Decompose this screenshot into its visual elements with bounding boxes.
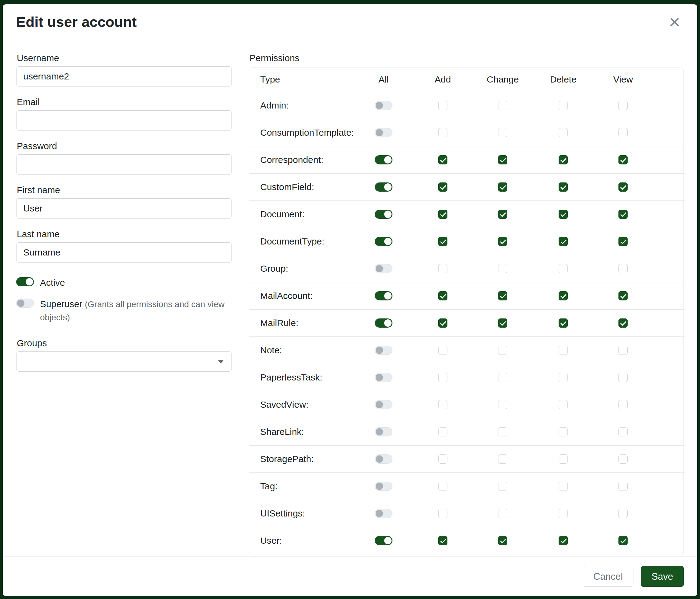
permission-all-toggle[interactable] <box>375 373 393 382</box>
permission-change-checkbox[interactable] <box>498 237 507 246</box>
permission-delete-checkbox[interactable] <box>558 373 568 382</box>
permission-change-checkbox[interactable] <box>498 264 507 273</box>
permission-all-toggle[interactable] <box>375 454 393 463</box>
permission-add-checkbox[interactable] <box>438 101 447 110</box>
permission-delete-checkbox[interactable] <box>558 237 568 246</box>
permission-view-checkbox[interactable] <box>619 264 628 273</box>
permission-view-checkbox[interactable] <box>619 237 628 246</box>
permission-delete-checkbox[interactable] <box>558 318 568 328</box>
superuser-toggle[interactable] <box>16 298 34 308</box>
permission-delete-checkbox[interactable] <box>558 128 568 137</box>
permission-view-checkbox[interactable] <box>619 128 628 137</box>
permission-change-checkbox[interactable] <box>498 318 507 328</box>
first-name-input[interactable] <box>16 198 232 218</box>
permission-view-checkbox[interactable] <box>619 454 628 463</box>
permission-all-toggle[interactable] <box>375 128 393 137</box>
permission-add-checkbox[interactable] <box>438 454 447 463</box>
permission-view-checkbox[interactable] <box>619 482 628 491</box>
permission-view-checkbox[interactable] <box>619 101 628 110</box>
permission-view-checkbox[interactable] <box>619 536 628 545</box>
permission-all-toggle[interactable] <box>375 318 393 328</box>
permission-delete-checkbox[interactable] <box>558 509 568 518</box>
permission-view-checkbox[interactable] <box>619 291 628 301</box>
permission-view-checkbox[interactable] <box>619 346 628 355</box>
permission-all-toggle[interactable] <box>375 427 393 436</box>
permission-add-checkbox[interactable] <box>438 373 447 382</box>
permission-change-checkbox[interactable] <box>498 482 507 491</box>
permission-view-checkbox[interactable] <box>619 427 628 436</box>
permission-view-checkbox[interactable] <box>619 183 628 192</box>
permission-delete-checkbox[interactable] <box>558 454 568 463</box>
permission-view-checkbox[interactable] <box>619 400 628 409</box>
permission-change-checkbox[interactable] <box>498 509 507 518</box>
permission-all-toggle[interactable] <box>375 509 393 518</box>
permission-change-checkbox[interactable] <box>498 346 507 355</box>
last-name-input[interactable] <box>16 242 232 263</box>
permission-add-checkbox[interactable] <box>438 210 447 219</box>
permission-add-checkbox[interactable] <box>438 427 447 436</box>
save-button[interactable]: Save <box>641 566 684 587</box>
permission-change-checkbox[interactable] <box>498 400 507 409</box>
permission-add-checkbox[interactable] <box>438 237 447 246</box>
toggle-knob <box>384 319 392 327</box>
permission-all-toggle[interactable] <box>375 101 393 110</box>
username-input[interactable] <box>16 66 232 87</box>
permission-all-toggle[interactable] <box>375 183 393 192</box>
permission-change-checkbox[interactable] <box>498 427 507 436</box>
active-toggle[interactable] <box>16 277 34 286</box>
permission-delete-checkbox[interactable] <box>558 400 568 409</box>
permission-view-checkbox[interactable] <box>619 509 628 518</box>
permission-add-checkbox[interactable] <box>438 291 447 301</box>
email-input[interactable] <box>16 110 232 130</box>
permission-add-checkbox[interactable] <box>438 482 447 491</box>
permission-all-toggle[interactable] <box>375 210 393 219</box>
permission-view-checkbox[interactable] <box>619 210 628 219</box>
permission-delete-checkbox[interactable] <box>558 482 568 491</box>
permission-add-checkbox[interactable] <box>438 536 447 545</box>
permission-all-toggle[interactable] <box>375 264 393 273</box>
permission-type-label: UISettings: <box>249 500 354 527</box>
permission-delete-checkbox[interactable] <box>558 155 568 164</box>
close-button[interactable]: ✕ <box>666 14 684 32</box>
permission-delete-checkbox[interactable] <box>558 346 568 355</box>
permission-all-toggle[interactable] <box>375 155 393 164</box>
permission-delete-checkbox[interactable] <box>558 210 568 219</box>
permission-change-checkbox[interactable] <box>498 373 507 382</box>
permission-all-toggle[interactable] <box>375 400 393 409</box>
permission-view-checkbox[interactable] <box>619 318 628 328</box>
permission-view-checkbox[interactable] <box>619 373 628 382</box>
permission-change-checkbox[interactable] <box>498 101 507 110</box>
permission-all-toggle[interactable] <box>375 291 393 301</box>
permission-all-toggle[interactable] <box>375 237 393 246</box>
permission-add-checkbox[interactable] <box>438 318 447 328</box>
permission-change-checkbox[interactable] <box>498 183 507 192</box>
permission-change-checkbox[interactable] <box>498 155 507 164</box>
permission-all-toggle[interactable] <box>375 346 393 355</box>
permission-delete-checkbox[interactable] <box>558 291 568 301</box>
permission-delete-checkbox[interactable] <box>558 264 568 273</box>
permission-delete-checkbox[interactable] <box>558 101 568 110</box>
permission-delete-checkbox[interactable] <box>558 536 568 545</box>
cancel-button[interactable]: Cancel <box>583 566 634 587</box>
permission-add-checkbox[interactable] <box>438 128 447 137</box>
permission-all-toggle[interactable] <box>375 536 393 545</box>
groups-select[interactable] <box>16 352 232 372</box>
permission-type-label: ConsumptionTemplate: <box>249 119 354 146</box>
permission-add-checkbox[interactable] <box>438 264 447 273</box>
permission-change-checkbox[interactable] <box>498 210 507 219</box>
permission-delete-checkbox[interactable] <box>558 427 568 436</box>
permission-view-checkbox[interactable] <box>619 155 628 164</box>
email-label: Email <box>17 97 232 107</box>
permission-change-checkbox[interactable] <box>498 454 507 463</box>
permission-all-toggle[interactable] <box>375 482 393 491</box>
password-input[interactable] <box>16 154 232 174</box>
permission-add-checkbox[interactable] <box>438 183 447 192</box>
permission-change-checkbox[interactable] <box>498 536 507 545</box>
permission-change-checkbox[interactable] <box>498 291 507 301</box>
permission-delete-checkbox[interactable] <box>558 183 568 192</box>
permission-add-checkbox[interactable] <box>438 400 447 409</box>
permission-add-checkbox[interactable] <box>438 509 447 518</box>
permission-add-checkbox[interactable] <box>438 346 447 355</box>
permission-add-checkbox[interactable] <box>438 155 447 164</box>
permission-change-checkbox[interactable] <box>498 128 507 137</box>
